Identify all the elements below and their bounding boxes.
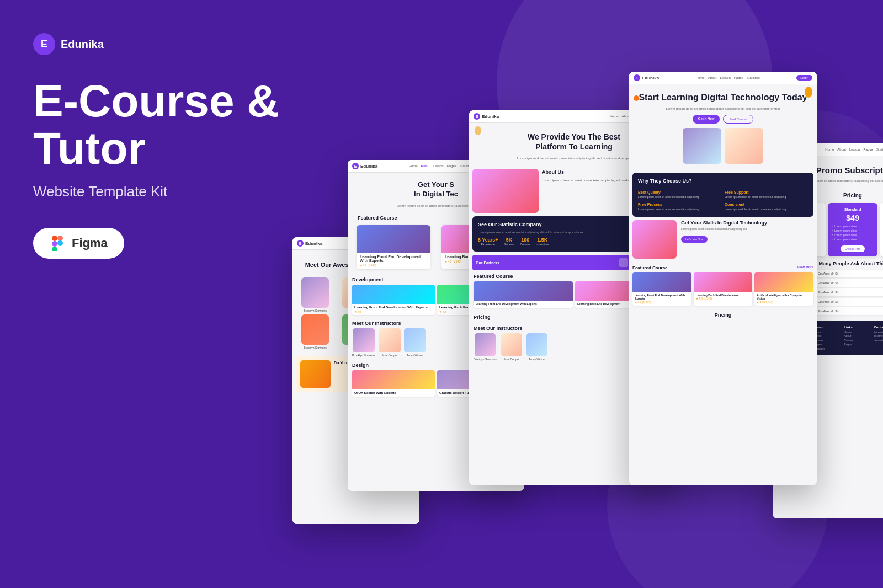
svg-rect-3 — [52, 247, 57, 251]
figma-badge-label: Figma — [72, 236, 108, 250]
svg-point-4 — [57, 240, 63, 246]
avatar — [526, 333, 547, 356]
get-it-now-button[interactable]: Get It Now — [693, 115, 720, 124]
list-item: Brooklyn Simmons — [352, 328, 375, 357]
why-item: Best Quality Lorem ipsum dolor sit amet … — [638, 190, 721, 199]
course-image — [352, 285, 435, 304]
card4-skills-section: Get Your Skills In Digital Technology Lo… — [632, 220, 813, 259]
course-image — [632, 272, 691, 292]
svg-rect-1 — [57, 236, 63, 241]
hero-image-2 — [725, 128, 763, 164]
card4-heading: Start Learning Digital Technology Today — [636, 92, 810, 104]
footer-menu-col: Menu HomeAboutCoursePagesStatistics — [814, 325, 838, 351]
stat-item: 1.5K Instructors — [536, 237, 549, 246]
course-image — [474, 281, 573, 301]
card4-hero: Start Learning Digital Technology Today … — [629, 84, 817, 173]
card4-featured-section: Featured Course View More Learning Front… — [629, 262, 817, 309]
list-item: Artificial Intelligence For Computer Vis… — [754, 272, 813, 306]
why-item: Free Support Lorem ipsum dolor sit amet … — [725, 190, 808, 199]
card4-pricing-section: Pricing — [629, 309, 817, 321]
screenshots-area: E Edunika Home About Course Pages Meet O… — [276, 0, 883, 588]
avatar — [404, 328, 426, 352]
logo-icon: E — [33, 33, 55, 55]
why-item: Consistent Lorem ipsum dolor sit amet co… — [725, 202, 808, 211]
hero-image-1 — [683, 128, 721, 164]
list-item: Learning Front End Development With Expe… — [632, 272, 691, 306]
list-item: Learning Front End Development With Expe… — [357, 225, 430, 269]
list-item: Learning Front End Development With Expe… — [352, 285, 435, 315]
course-image — [352, 370, 435, 389]
skills-image — [632, 220, 677, 259]
left-panel: E Edunika E-Course & Tutor Website Templ… — [33, 33, 298, 259]
pricing-card-premium: Premium $59 ✓ Lorem ipsum dolor ✓ Lorem … — [880, 203, 883, 256]
avatar — [379, 328, 401, 352]
list-item: Jenny Wilson — [526, 333, 547, 361]
list-item: Jane Cooper — [501, 333, 522, 361]
subtitle: Website Template Kit — [33, 183, 298, 200]
avatar — [475, 333, 496, 356]
main-title: E-Course & Tutor — [33, 77, 298, 172]
list-item: Brooklyn Simmons — [296, 277, 334, 312]
card4-hero-images — [636, 128, 810, 164]
avatar — [301, 314, 329, 345]
stat-item: 5K Students — [504, 237, 515, 246]
featured-course-label: Featured Course — [632, 265, 668, 270]
find-course-button[interactable]: Find Course — [723, 115, 753, 124]
list-item: Jenny Wilson — [404, 328, 426, 357]
footer-links-col: Links HomeAboutCoursePages — [844, 325, 868, 351]
logo-area: E Edunika — [33, 33, 298, 55]
svg-rect-2 — [52, 241, 57, 247]
view-more-link[interactable]: View More — [797, 265, 813, 270]
list-item: Jane Cooper — [379, 328, 401, 357]
list-item: Brooklyn Simmons — [474, 333, 497, 361]
figma-badge[interactable]: Figma — [33, 228, 124, 259]
course-image — [357, 225, 430, 253]
footer-contact-col: Contact Info Lorem ipsum dolorsit ametco… — [874, 325, 884, 351]
avatar — [353, 328, 375, 352]
list-item: Learning Back End Development ★ 4.8 (1,5… — [694, 272, 753, 306]
join-now-button[interactable]: Let's Join Now — [681, 236, 708, 243]
avatar — [501, 333, 522, 356]
course-image — [754, 272, 813, 292]
list-item: UI/UX Design With Experts — [352, 370, 435, 397]
list-item: Learning Front End Development With Expe… — [474, 281, 573, 308]
stat-item: 100 Courses — [520, 237, 530, 246]
about-image — [472, 169, 539, 213]
screenshot-card-start-learning: E Edunika Home About Lesson Pages Statis… — [629, 72, 817, 485]
card4-body: Start Learning Digital Technology Today … — [629, 84, 817, 321]
figma-icon — [50, 236, 65, 251]
list-item: Brooklyn Simmons — [296, 314, 334, 349]
pricing-card-standard: Standard $49 ✓ Lorem ipsum dolor ✓ Lorem… — [828, 203, 877, 256]
card4-navbar: E Edunika Home About Lesson Pages Statis… — [629, 72, 817, 84]
choose-plan-button[interactable]: Choose Plan — [841, 245, 865, 252]
avatar — [301, 277, 329, 308]
card4-why-section: Why They Choose Us? Best Quality Lorem i… — [632, 173, 813, 217]
partner-logo — [619, 258, 628, 267]
svg-rect-0 — [52, 236, 57, 241]
stat-item: 8 Years+ Experience — [478, 237, 498, 246]
why-item: Free Process Lorem ipsum dolor sit amet … — [638, 202, 721, 211]
course-image — [694, 272, 753, 292]
card4-buttons: Get It Now Find Course — [636, 115, 810, 124]
logo-text: Edunika — [61, 38, 104, 51]
